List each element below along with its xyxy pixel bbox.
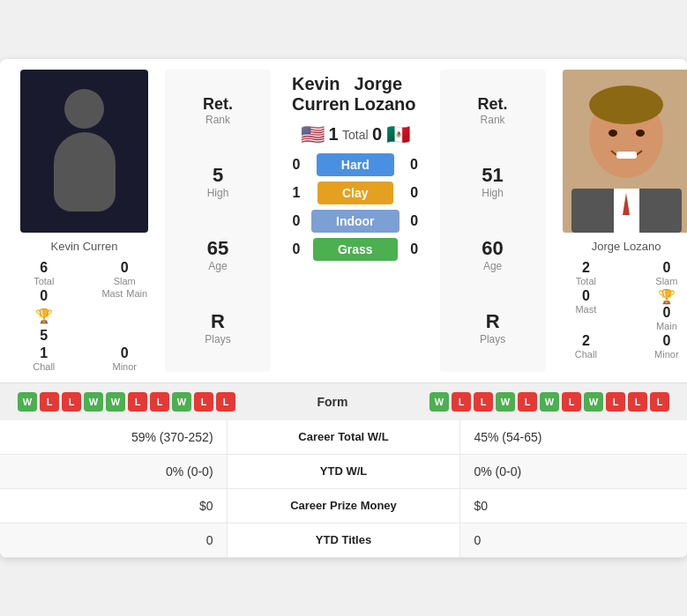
stats-left-val: 59% (370-252) [0,420,227,455]
indoor-button[interactable]: Indoor [311,210,400,233]
left-slam-stat: 0 Slam [88,260,162,286]
right-player-heading: Jorge Lozano [355,74,419,115]
player-names-row: Kevin Curren Jorge Lozano [274,74,437,115]
right-rank-value: Ret. [478,95,508,114]
left-minor-stat: 0 Minor [88,345,162,372]
trophy-icon-right: 🏆 [658,288,676,305]
right-rank-stat: Ret. Rank [478,95,508,126]
clay-row: 1 Clay 0 [287,182,423,204]
left-silhouette [49,89,120,212]
left-plays-value: R [211,310,225,333]
left-rank-value: Ret. [203,95,233,114]
right-chall-stat: 2 Chall [549,333,624,360]
left-age-value: 65 [207,237,228,260]
right-total-stat: 2 Total [549,260,624,286]
right-flag-cell: 🇲🇽 [386,123,410,146]
right-total-value: 2 [582,260,590,276]
left-player-stats: 6 Total 0 Slam 0 🏆 5 Mast Main [7,260,161,372]
right-chall-value: 2 [582,333,590,349]
right-player-stats: 2 Total 0 Slam 0 Mast 🏆 0 Main [549,260,687,360]
player-left: Kevin Curren 6 Total 0 Slam 0 🏆 5 Ma [7,70,161,372]
right-main-label: Main [656,321,677,331]
right-main-value: 0 [662,305,670,321]
form-badge: W [496,392,515,412]
top-section: Kevin Curren 6 Total 0 Slam 0 🏆 5 Ma [0,59,687,382]
center-area: Kevin Curren Jorge Lozano 🇺🇸 1 Total 0 🇲… [274,70,437,372]
stats-right-val: 0% (0-0) [460,454,687,488]
stats-row: 59% (370-252) Career Total W/L 45% (54-6… [0,420,687,455]
left-high-label: High [207,187,229,199]
left-rank-stat: Ret. Rank [203,95,233,126]
player-right: Jorge Lozano 2 Total 0 Slam 0 Mast 🏆 [549,70,687,372]
right-total-score: 0 [369,124,386,145]
form-badge: L [128,392,147,412]
clay-button[interactable]: Clay [317,182,393,204]
form-badge: L [150,392,169,412]
stats-center-label: Career Total W/L [227,420,460,455]
trophy-icon-left: 🏆 [35,308,53,324]
svg-point-2 [589,85,663,124]
left-mast-value: 0 [40,288,48,304]
svg-rect-5 [616,152,637,159]
right-high-label: High [482,187,504,199]
form-badge: L [474,392,493,412]
right-grass-score: 0 [406,241,423,257]
stats-right-val: $0 [460,488,687,523]
left-flag: 🇺🇸 [301,123,325,146]
grass-row: 0 Grass 0 [287,238,423,261]
right-plays-stat: R Plays [480,310,505,345]
left-slam-label: Slam [114,276,136,286]
right-mast-label: Mast [575,304,596,315]
stats-center-label: YTD Titles [227,523,460,557]
right-slam-stat: 0 Slam [630,260,687,286]
right-rank-label: Rank [481,114,505,126]
form-badge: W [540,392,559,412]
right-chall-label: Chall [575,349,597,360]
indoor-row: 0 Indoor 0 [287,210,423,233]
left-mast-label: Mast [101,288,123,299]
form-badge: L [518,392,537,412]
right-plays-label: Plays [480,333,505,345]
form-badge: L [562,392,581,412]
hard-button[interactable]: Hard [317,153,394,176]
left-rank-label: Rank [205,114,230,126]
form-label: Form [317,395,348,409]
left-flag-cell: 🇺🇸 [301,123,325,146]
stats-right-val: 45% (54-65) [460,420,687,455]
left-mast-stat: 0 🏆 5 [7,288,81,344]
form-badge: L [628,392,647,412]
silhouette-body [54,132,116,212]
stats-row: $0 Career Prize Money $0 [0,488,687,523]
right-hard-score: 0 [406,157,423,173]
left-total-score: 1 [325,124,342,145]
form-badge: W [18,392,37,412]
hard-row: 0 Hard 0 [287,153,423,176]
form-badge: L [40,392,59,412]
right-flag: 🇲🇽 [386,123,410,146]
right-clay-score: 0 [406,185,423,201]
stats-row: 0 YTD Titles 0 [0,523,687,557]
stats-center-label: YTD W/L [227,454,460,488]
right-minor-label: Minor [654,349,679,360]
stats-center-label: Career Prize Money [227,488,460,523]
right-mast-stat: 0 Mast [549,288,624,331]
form-section: WLLWWLLWLL Form WLLWLWLWLLL [0,382,687,420]
left-middle-stats: Ret. Rank 5 High 65 Age R Plays [165,70,271,372]
right-mast-value: 0 [582,288,590,304]
right-player-svg [563,70,687,233]
form-badge: L [62,392,81,412]
left-player-heading: Kevin Curren [292,74,355,115]
form-badge: W [106,392,125,412]
left-hard-score: 0 [287,157,305,173]
svg-point-3 [609,130,617,137]
grass-button[interactable]: Grass [313,238,398,261]
stats-left-val: 0% (0-0) [0,454,227,488]
stats-table: 59% (370-252) Career Total W/L 45% (54-6… [0,420,687,558]
stats-left-val: 0 [0,523,227,557]
right-total-label: Total [576,276,596,286]
left-indoor-score: 0 [287,213,305,229]
right-player-name-label: Jorge Lozano [592,240,661,253]
right-form-badges: WLLWLWLWLLL [429,392,669,412]
form-badge: L [452,392,471,412]
form-badge: W [584,392,603,412]
